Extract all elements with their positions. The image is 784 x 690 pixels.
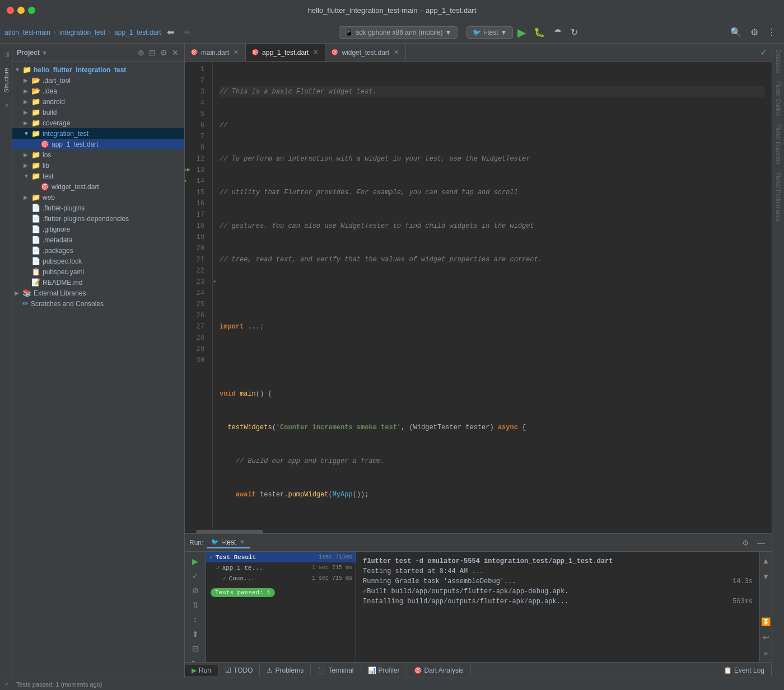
- close-panel-button[interactable]: ✕: [171, 47, 180, 58]
- breadcrumb-item-3[interactable]: app_1_test.dart: [114, 29, 161, 36]
- line-num-20: 20: [185, 243, 208, 254]
- test-counter-item[interactable]: ✓ Coun... 1 sec 715 ms: [206, 573, 356, 584]
- code-line-3: // To perform an interaction with a widg…: [220, 153, 765, 165]
- window-controls[interactable]: [7, 7, 35, 14]
- line-num-19: 19: [185, 232, 208, 243]
- navigate-back-button[interactable]: ⬅: [164, 25, 178, 40]
- search-button[interactable]: 🔍: [727, 25, 745, 40]
- run-output[interactable]: flutter test -d emulator-5554 integratio…: [356, 552, 759, 662]
- bottom-tab-terminal[interactable]: ⬛ Terminal: [311, 665, 361, 676]
- tree-item-flutter-plugins-dep[interactable]: 📄 .flutter-plugins-dependencies: [12, 213, 184, 224]
- bottom-panel: Run: 🐦 i-test ✕ ⚙ — ▶ ✓ ⊘ ⇅ ↕: [185, 533, 772, 662]
- run-tab-close[interactable]: ✕: [238, 538, 246, 546]
- tree-item-scratches[interactable]: ✏ Scratches and Consoles: [12, 298, 184, 309]
- test-app-item[interactable]: ✓ app_1_te... 1 sec 715 ms: [206, 562, 356, 573]
- install-time: 563ms: [732, 597, 753, 607]
- tree-item-dart-tool[interactable]: ▶ 📂 .dart_tool: [12, 75, 184, 86]
- run-again-button[interactable]: ▶: [189, 555, 202, 567]
- device-selector[interactable]: 📱 sdk gphone x86 arm (mobile) ▼: [339, 26, 458, 39]
- tree-item-integration-test[interactable]: ▼ 📁 integration_test: [12, 128, 184, 139]
- tab-app-1-test[interactable]: 🎯 app_1_test.dart ✕: [246, 44, 325, 61]
- editor-scrollbar[interactable]: [185, 529, 772, 533]
- run-button[interactable]: ▶: [515, 25, 528, 40]
- bottom-tab-problems[interactable]: ⚠ Problems: [260, 665, 311, 676]
- tree-item-readme[interactable]: 📝 README.md: [12, 277, 184, 288]
- coverage-button[interactable]: ☂: [550, 25, 565, 40]
- maximize-button[interactable]: [28, 7, 35, 14]
- tree-item-pubspec-lock[interactable]: 📄 pubspec.lock: [12, 256, 184, 266]
- tree-item-web[interactable]: ▶ 📁 web: [12, 192, 184, 203]
- soft-wrap-button[interactable]: ↩: [759, 631, 772, 644]
- tab-close-app1[interactable]: ✕: [311, 49, 319, 57]
- tab-main-dart[interactable]: 🎯 main.dart ✕: [185, 44, 246, 61]
- tree-item-external-libs[interactable]: ▶ 📚 External Libraries: [12, 288, 184, 298]
- more-output-button[interactable]: »: [759, 646, 772, 660]
- locate-file-button[interactable]: ⊕: [137, 47, 146, 58]
- reload-button[interactable]: ↻: [567, 25, 581, 40]
- bottom-tab-profiler[interactable]: 📊 Profiler: [361, 665, 407, 676]
- panel-settings-button[interactable]: ⚙: [159, 47, 169, 58]
- tree-root[interactable]: ▼ 📁 hello_flutter_integration_test: [12, 64, 184, 75]
- run-config-selector[interactable]: 🐦 i-test ▼: [466, 26, 513, 39]
- close-button[interactable]: [7, 7, 14, 14]
- tree-item-idea[interactable]: ▶ 📂 .idea: [12, 86, 184, 96]
- flutter-performance-toggle[interactable]: Flutter Performance: [774, 169, 782, 225]
- rerun-button[interactable]: ⇅: [189, 599, 202, 611]
- tree-item-build[interactable]: ▶ 📁 build: [12, 107, 184, 118]
- code-content[interactable]: // This is a basic Flutter widget test. …: [213, 62, 772, 529]
- structure-panel-toggle[interactable]: Structure: [2, 64, 11, 96]
- dart-icon-app-test: 🎯: [40, 140, 49, 148]
- line-num-27: 27: [185, 321, 208, 332]
- collapse-all-run-button[interactable]: ⊟: [189, 642, 202, 655]
- tree-item-flutter-plugins[interactable]: 📄 .flutter-plugins: [12, 203, 184, 213]
- scroll-down-button[interactable]: ▼: [759, 570, 772, 583]
- tree-item-lib[interactable]: ▶ 📁 lib: [12, 160, 184, 171]
- navigate-forward-button[interactable]: ➡: [180, 25, 194, 40]
- flutter-outline-toggle[interactable]: Flutter Outline: [774, 78, 782, 120]
- bottom-tabs: ▶ Run ☑ TODO ⚠ Problems ⬛ Terminal 📊: [185, 665, 471, 676]
- project-panel-toggle[interactable]: ◧: [1, 48, 11, 62]
- debug-button[interactable]: 🐛: [530, 25, 548, 40]
- database-panel-toggle[interactable]: Database: [774, 46, 782, 77]
- bottom-tab-dart-analysis[interactable]: 🎯 Dart Analysis: [407, 665, 471, 676]
- test-app-label: app_1_te...: [222, 565, 263, 571]
- scroll-bottom-button[interactable]: ⏬: [759, 615, 772, 628]
- tab-widget-test[interactable]: 🎯 widget_test.dart ✕: [325, 44, 406, 61]
- stop-button[interactable]: ⊘: [189, 584, 202, 597]
- bottom-tab-todo[interactable]: ☑ TODO: [218, 665, 260, 676]
- collapse-all-button[interactable]: ⊟: [148, 47, 157, 58]
- tree-item-widget-test[interactable]: 🎯 widget_test.dart: [12, 181, 184, 192]
- tree-item-coverage[interactable]: ▶ 📁 coverage: [12, 118, 184, 128]
- test-pass-btn[interactable]: ✓: [189, 570, 202, 582]
- tab-close-widget[interactable]: ✕: [392, 49, 400, 57]
- breadcrumb-item-2[interactable]: integration_test: [59, 29, 105, 36]
- favorites-panel-toggle[interactable]: ★: [1, 98, 11, 112]
- bottom-tab-event-log[interactable]: 📋 Event Log: [717, 665, 772, 676]
- tree-item-app-1-test[interactable]: 🎯 app_1_test.dart: [12, 139, 184, 149]
- tree-item-packages[interactable]: 📄 .packages: [12, 245, 184, 256]
- tree-item-gitignore[interactable]: 📄 .gitignore: [12, 224, 184, 234]
- tree-item-test[interactable]: ▼ 📁 test: [12, 171, 184, 181]
- tree-item-pubspec-yaml[interactable]: 📋 pubspec.yaml: [12, 266, 184, 277]
- run-tab-itest[interactable]: 🐦 i-test ✕: [207, 537, 250, 548]
- tree-item-ios[interactable]: ▶ 📁 ios: [12, 149, 184, 160]
- more-button[interactable]: ⋮: [764, 25, 780, 40]
- scroll-up-button[interactable]: ▲: [759, 554, 772, 567]
- settings-button[interactable]: ⚙: [747, 25, 762, 40]
- run-panel-settings-button[interactable]: ⚙: [740, 537, 752, 548]
- tree-item-android[interactable]: ▶ 📁 android: [12, 96, 184, 107]
- breadcrumb-item-1[interactable]: ation_test-main: [4, 29, 50, 36]
- run-panel-minimize-button[interactable]: —: [755, 537, 767, 548]
- output-line-1: Testing started at 8:44 AM ...: [363, 566, 484, 576]
- file-icon-6: 📄: [31, 257, 40, 265]
- tab-close-main[interactable]: ✕: [232, 49, 240, 57]
- code-editor[interactable]: 1 2 3 4 5 6 7 8 12 ▶▶13 ▶14 15 16 17 18: [185, 62, 772, 529]
- tree-item-metadata[interactable]: 📄 .metadata: [12, 234, 184, 245]
- flutter-inspector-toggle[interactable]: Flutter Inspector: [774, 121, 782, 168]
- tree-label-widget-test: widget_test.dart: [52, 183, 99, 191]
- minimize-button[interactable]: [17, 7, 25, 14]
- bottom-tab-run[interactable]: ▶ Run: [185, 665, 218, 676]
- test-root-item[interactable]: ✓ Test Result 1sec 715ms: [206, 552, 356, 562]
- sort-button[interactable]: ↕: [189, 613, 202, 626]
- export-button[interactable]: ⬆: [189, 628, 202, 640]
